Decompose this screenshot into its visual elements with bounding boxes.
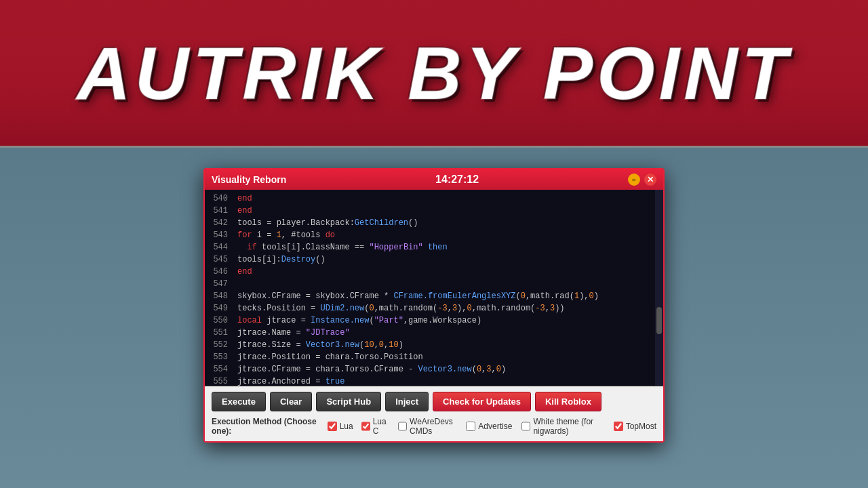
white-theme-label: White theme (for nigwards) — [533, 417, 604, 436]
options-left: Execution Method (Choose one): Lua Lua C… — [212, 417, 466, 436]
vertical-scrollbar[interactable] — [655, 190, 663, 386]
advertise-label: Advertise — [478, 422, 512, 431]
clear-button[interactable]: Clear — [270, 392, 313, 411]
inject-button[interactable]: Inject — [385, 392, 429, 411]
advertise-option[interactable]: Advertise — [466, 422, 512, 431]
topmost-checkbox[interactable] — [614, 422, 623, 431]
topmost-option[interactable]: TopMost — [614, 422, 656, 431]
white-theme-option[interactable]: White theme (for nigwards) — [521, 417, 604, 436]
scripthub-button[interactable]: Script Hub — [316, 392, 381, 411]
code-display[interactable]: end end tools = player.Backpack:GetChild… — [232, 190, 663, 386]
lua-checkbox[interactable] — [328, 422, 337, 431]
code-content: 5405415425435445455465475485495505515525… — [205, 190, 663, 386]
advertise-checkbox[interactable] — [466, 422, 475, 431]
title-bar-left: Visuality Reborn — [212, 174, 286, 185]
options-row: Execution Method (Choose one): Lua Lua C… — [205, 414, 663, 441]
line-numbers: 5405415425435445455465475485495505515525… — [205, 190, 232, 386]
lua-option[interactable]: Lua — [328, 422, 353, 431]
wad-checkbox[interactable] — [398, 422, 407, 431]
white-theme-checkbox[interactable] — [521, 422, 530, 431]
luac-option[interactable]: Lua C — [361, 417, 390, 436]
execution-method-label: Execution Method (Choose one): — [212, 417, 319, 436]
window-title: Visuality Reborn — [212, 174, 286, 185]
horizontal-scrollbar[interactable] — [205, 386, 663, 386]
wad-option[interactable]: WeAreDevs CMDs — [398, 417, 466, 436]
scrollbar-thumb[interactable] — [656, 307, 662, 334]
lua-label: Lua — [340, 422, 353, 431]
execute-button[interactable]: Execute — [212, 392, 266, 411]
luac-checkbox[interactable] — [361, 422, 370, 431]
minimize-button[interactable]: − — [628, 174, 640, 186]
topmost-label: TopMost — [626, 422, 656, 431]
options-right: Advertise White theme (for nigwards) Top… — [466, 417, 656, 436]
close-button[interactable]: ✕ — [644, 174, 656, 186]
wad-label: WeAreDevs CMDs — [410, 417, 466, 436]
title-bar-time: 14:27:12 — [435, 174, 479, 186]
check-updates-button[interactable]: Check for Updates — [433, 392, 531, 411]
header-banner: AUTRIK BY POINT — [0, 0, 868, 146]
kill-roblox-button[interactable]: Kill Roblox — [535, 392, 601, 411]
banner-title: AUTRIK BY POINT — [77, 30, 791, 116]
content-area: Visuality Reborn 14:27:12 − ✕ 5405415425… — [0, 148, 868, 488]
buttons-row: Execute Clear Script Hub Inject Check fo… — [205, 386, 663, 414]
title-bar-controls: − ✕ — [628, 174, 656, 186]
title-bar: Visuality Reborn 14:27:12 − ✕ — [205, 169, 663, 190]
luac-label: Lua C — [373, 417, 390, 436]
code-area[interactable]: 5405415425435445455465475485495505515525… — [205, 190, 663, 386]
executor-window: Visuality Reborn 14:27:12 − ✕ 5405415425… — [203, 168, 665, 443]
